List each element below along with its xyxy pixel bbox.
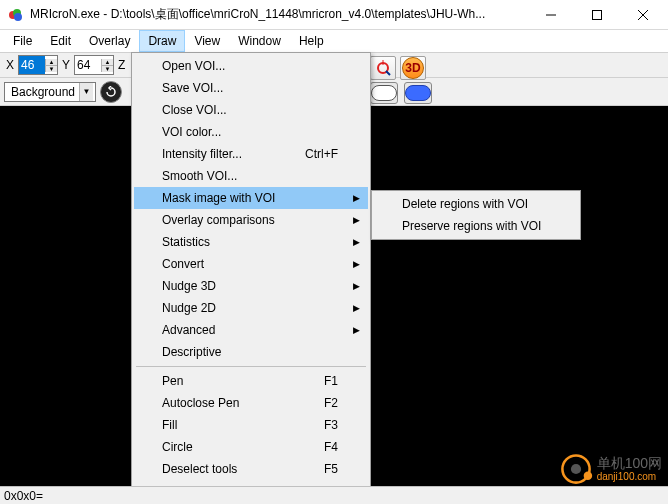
mask-submenu: Delete regions with VOI Preserve regions…: [371, 190, 581, 240]
maximize-button[interactable]: [574, 0, 620, 30]
x-up[interactable]: ▲: [45, 59, 57, 66]
menu-overlay[interactable]: Overlay: [80, 30, 139, 52]
colormap-combo[interactable]: Background ▼: [4, 82, 96, 102]
y-up[interactable]: ▲: [101, 59, 113, 66]
mi-smooth-voi[interactable]: Smooth VOI...: [134, 165, 368, 187]
mi-descriptive[interactable]: Descriptive: [134, 341, 368, 363]
refresh-icon[interactable]: [100, 81, 122, 103]
svg-point-2: [14, 13, 22, 21]
minimize-button[interactable]: [528, 0, 574, 30]
menu-view[interactable]: View: [185, 30, 229, 52]
draw-menu: Open VOI... Save VOI... Close VOI... VOI…: [131, 52, 371, 504]
mi-intensity-filter[interactable]: Intensity filter...Ctrl+F: [134, 143, 368, 165]
close-button[interactable]: [620, 0, 666, 30]
submenu-arrow-icon: ▶: [353, 193, 360, 203]
tool-crosshair-icon[interactable]: [370, 56, 396, 80]
menu-separator: [136, 366, 366, 367]
mi-preserve-regions[interactable]: Preserve regions with VOI: [374, 215, 578, 237]
mi-open-voi[interactable]: Open VOI...: [134, 55, 368, 77]
pill-button-1[interactable]: [370, 82, 398, 104]
mi-nudge3d[interactable]: Nudge 3D▶: [134, 275, 368, 297]
watermark-line2: danji100.com: [597, 471, 662, 482]
svg-point-11: [571, 464, 581, 474]
watermark: 单机100网 danji100.com: [559, 452, 662, 486]
globe-3d-icon: 3D: [402, 57, 424, 79]
z-label: Z: [118, 58, 125, 72]
menu-draw[interactable]: Draw: [139, 30, 185, 52]
mi-pen[interactable]: PenF1: [134, 370, 368, 392]
status-bar: 0x0x0=: [0, 486, 668, 504]
menu-window[interactable]: Window: [229, 30, 290, 52]
mi-statistics[interactable]: Statistics▶: [134, 231, 368, 253]
svg-point-12: [583, 472, 592, 481]
title-bar: MRIcroN.exe - D:\tools\桌面\office\mriCroN…: [0, 0, 668, 30]
y-down[interactable]: ▼: [101, 66, 113, 72]
mi-deselect[interactable]: Deselect toolsF5: [134, 458, 368, 480]
x-spinner[interactable]: ▲▼: [18, 55, 58, 75]
status-text: 0x0x0=: [4, 489, 43, 503]
app-icon: [8, 7, 24, 23]
mi-advanced[interactable]: Advanced▶: [134, 319, 368, 341]
watermark-logo-icon: [559, 452, 593, 486]
mi-fill[interactable]: FillF3: [134, 414, 368, 436]
mi-circle[interactable]: CircleF4: [134, 436, 368, 458]
pill-button-2[interactable]: [404, 82, 432, 104]
mi-delete-regions[interactable]: Delete regions with VOI: [374, 193, 578, 215]
menu-help[interactable]: Help: [290, 30, 333, 52]
mi-nudge2d[interactable]: Nudge 2D▶: [134, 297, 368, 319]
x-input[interactable]: [19, 56, 45, 74]
colormap-value: Background: [7, 85, 79, 99]
y-spinner[interactable]: ▲▼: [74, 55, 114, 75]
y-input[interactable]: [75, 56, 101, 74]
mi-convert[interactable]: Convert▶: [134, 253, 368, 275]
y-label: Y: [62, 58, 70, 72]
menu-edit[interactable]: Edit: [41, 30, 80, 52]
svg-line-9: [386, 71, 390, 75]
chevron-down-icon: ▼: [79, 83, 93, 101]
mi-autoclose-pen[interactable]: Autoclose PenF2: [134, 392, 368, 414]
mi-save-voi[interactable]: Save VOI...: [134, 77, 368, 99]
pill-row: [370, 82, 432, 104]
watermark-line1: 单机100网: [597, 456, 662, 471]
svg-rect-4: [593, 11, 602, 20]
menu-bar: File Edit Overlay Draw View Window Help: [0, 30, 668, 52]
mi-close-voi[interactable]: Close VOI...: [134, 99, 368, 121]
mi-voi-color[interactable]: VOI color...: [134, 121, 368, 143]
window-title: MRIcroN.exe - D:\tools\桌面\office\mriCroN…: [30, 6, 528, 23]
mi-overlay-comparisons[interactable]: Overlay comparisons▶: [134, 209, 368, 231]
toolbar-right: 3D: [370, 56, 426, 80]
x-label: X: [6, 58, 14, 72]
mi-mask-image[interactable]: Mask image with VOI▶: [134, 187, 368, 209]
x-down[interactable]: ▼: [45, 66, 57, 72]
tool-3d-button[interactable]: 3D: [400, 56, 426, 80]
menu-file[interactable]: File: [4, 30, 41, 52]
